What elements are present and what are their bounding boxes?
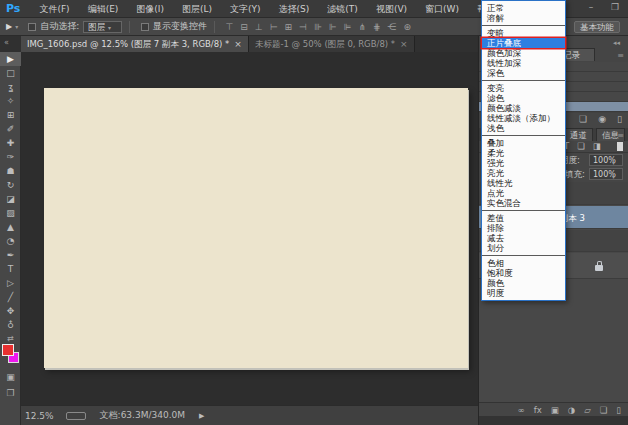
line-tool[interactable]: ╱ xyxy=(0,290,21,304)
align-bottom-edges-icon[interactable]: ⊥ xyxy=(251,22,266,32)
restore-button[interactable]: ❐ xyxy=(608,2,622,12)
delete-state-icon[interactable]: ▯ xyxy=(617,114,622,124)
blend-mode-option[interactable]: 叠加 xyxy=(482,138,565,148)
dodge-tool[interactable]: ◔ xyxy=(0,234,21,248)
blend-mode-option[interactable]: 划分 xyxy=(482,243,565,253)
blend-mode-option[interactable]: 颜色 xyxy=(482,278,565,288)
document-tab-inactive[interactable]: 未标题-1 @ 50% (图层 0, RGB/8) *× xyxy=(249,36,415,52)
status-options-arrow-icon[interactable]: ▶ xyxy=(199,412,204,420)
distribute-vertical-centers-icon[interactable]: ⊩ xyxy=(325,22,340,32)
menu-item[interactable]: 文字(Y) xyxy=(221,0,270,18)
blend-mode-option[interactable]: 饱和度 xyxy=(482,268,565,278)
blend-mode-option[interactable]: 变暗 xyxy=(482,28,565,38)
document-tab-active[interactable]: IMG_1606.psd @ 12.5% (图层 7 副本 3, RGB/8) … xyxy=(21,36,249,52)
align-top-edges-icon[interactable]: ⊤ xyxy=(222,22,237,32)
crop-tool[interactable]: ⊞ xyxy=(0,108,21,122)
minimize-button[interactable]: – xyxy=(584,2,598,12)
auto-align-layers-icon[interactable]: ⊛ xyxy=(400,22,415,32)
distribute-top-edges-icon[interactable]: ⊪ xyxy=(310,22,325,32)
blend-mode-option[interactable]: 色相 xyxy=(482,258,565,268)
new-snapshot-icon[interactable]: ◉ xyxy=(598,114,606,124)
foreground-color-swatch[interactable] xyxy=(2,344,14,356)
move-tool[interactable]: ▶ xyxy=(0,52,21,66)
blend-mode-option[interactable]: 变亮 xyxy=(482,83,565,93)
align-horizontal-centers-icon[interactable]: ⊞ xyxy=(281,22,296,32)
new-layer-icon[interactable]: ❏ xyxy=(600,405,608,415)
pen-tool[interactable]: ✒ xyxy=(0,248,21,262)
align-vertical-centers-icon[interactable]: ⊟ xyxy=(237,22,252,32)
brush-tool[interactable]: ✑ xyxy=(0,150,21,164)
menu-item[interactable]: 选择(S) xyxy=(270,0,319,18)
blend-mode-option[interactable]: 深色 xyxy=(482,68,565,78)
menu-item[interactable]: 图像(I) xyxy=(127,0,173,18)
filter-shape-icon[interactable]: ❏ xyxy=(577,141,585,151)
distribute-horizontal-centers-icon[interactable]: ⋕ xyxy=(369,22,384,32)
menu-item[interactable]: 文件(F) xyxy=(30,0,78,18)
blend-mode-option[interactable]: 颜色减淡 xyxy=(482,103,565,113)
swap-colors-icon[interactable]: ⇄ xyxy=(0,334,21,343)
distribute-bottom-edges-icon[interactable]: ⊫ xyxy=(340,22,355,32)
blend-mode-option[interactable]: 溶解 xyxy=(482,13,565,23)
path-selection-tool[interactable]: ▷ xyxy=(0,276,21,290)
distribute-left-edges-icon[interactable]: ⋔ xyxy=(355,22,370,32)
blend-mode-option[interactable]: 正常 xyxy=(482,3,565,13)
document-canvas[interactable] xyxy=(44,88,468,368)
blend-mode-option[interactable]: 排除 xyxy=(482,223,565,233)
adjustment-layer-icon[interactable]: ◑ xyxy=(568,405,575,415)
screen-mode-button[interactable]: ❐ xyxy=(0,388,21,398)
zoom-level-field[interactable]: 12.5% xyxy=(25,411,54,421)
gradient-tool[interactable]: ▨ xyxy=(0,206,21,220)
show-transform-checkbox[interactable] xyxy=(141,23,149,31)
blend-mode-option[interactable]: 实色混合 xyxy=(482,198,565,208)
eraser-tool[interactable]: ◪ xyxy=(0,192,21,206)
fill-field[interactable]: 100%▾ xyxy=(589,168,623,180)
blend-mode-option[interactable]: 颜色加深 xyxy=(482,48,565,58)
blend-mode-option[interactable]: 线性光 xyxy=(482,178,565,188)
menu-item[interactable]: 图层(L) xyxy=(173,0,221,18)
auto-select-checkbox[interactable] xyxy=(28,23,36,31)
blend-mode-option[interactable]: 柔光 xyxy=(482,148,565,158)
new-group-icon[interactable]: ▱ xyxy=(584,405,591,415)
blend-mode-option[interactable]: 强光 xyxy=(482,158,565,168)
auto-select-dropdown[interactable]: 图层 ▾ xyxy=(83,21,122,33)
rectangular-marquee-tool[interactable]: □ xyxy=(0,66,21,80)
blend-mode-option[interactable]: 浅色 xyxy=(482,123,565,133)
opacity-field[interactable]: 100%▾ xyxy=(589,154,623,166)
align-right-edges-icon[interactable]: ⊣ xyxy=(296,22,311,32)
layers-panel-menu-icon[interactable]: ≡ xyxy=(617,131,624,140)
status-scrubber[interactable] xyxy=(66,412,86,420)
toolbar-collapse-icon[interactable]: « xyxy=(4,38,9,47)
blend-mode-option[interactable]: 明度 xyxy=(482,288,565,298)
layer-filter-toggle[interactable] xyxy=(617,142,623,151)
history-panel-menu-icon[interactable]: ≡ xyxy=(617,51,624,60)
filter-smart-object-icon[interactable]: ◨ xyxy=(593,141,601,151)
quick-mask-button[interactable]: ▣ xyxy=(0,372,21,382)
new-document-from-state-icon[interactable]: ❏ xyxy=(579,114,587,124)
layer-effects-icon[interactable]: fx xyxy=(534,405,542,415)
history-brush-tool[interactable]: ↻ xyxy=(0,178,21,192)
tool-preset-caret-icon[interactable]: ▾ xyxy=(15,23,18,30)
zoom-tool[interactable]: ♁ xyxy=(0,318,21,332)
blur-tool[interactable]: ▲ xyxy=(0,220,21,234)
blend-mode-option[interactable]: 线性减淡（添加） xyxy=(482,113,565,123)
blend-mode-option[interactable]: 线性加深 xyxy=(482,58,565,68)
delete-layer-icon[interactable]: ▯ xyxy=(616,405,621,415)
blend-mode-option[interactable]: 亮光 xyxy=(482,168,565,178)
channels-tab[interactable]: 通道 xyxy=(564,128,593,141)
menu-item[interactable]: 窗口(W) xyxy=(416,0,468,18)
menu-item[interactable]: 视图(V) xyxy=(367,0,416,18)
distribute-right-edges-icon[interactable]: ⋲ xyxy=(384,22,400,32)
eyedropper-tool[interactable]: ✐ xyxy=(0,122,21,136)
add-layer-mask-icon[interactable]: ▣ xyxy=(551,405,559,415)
quick-selection-tool[interactable]: ✧ xyxy=(0,94,21,108)
menu-item[interactable]: 编辑(E) xyxy=(79,0,128,18)
clone-stamp-tool[interactable]: ☗ xyxy=(0,164,21,178)
blend-mode-option[interactable]: 差值 xyxy=(482,213,565,223)
blend-mode-option[interactable]: 减去 xyxy=(482,233,565,243)
spot-healing-brush-tool[interactable]: ✚ xyxy=(0,136,21,150)
align-left-edges-icon[interactable]: ⊢ xyxy=(266,22,281,32)
blend-mode-option[interactable]: 点光 xyxy=(482,188,565,198)
type-tool[interactable]: T xyxy=(0,262,21,276)
dock-collapse-icon[interactable]: ◂◂ xyxy=(613,39,620,47)
lasso-tool[interactable]: ʓ xyxy=(0,80,21,94)
